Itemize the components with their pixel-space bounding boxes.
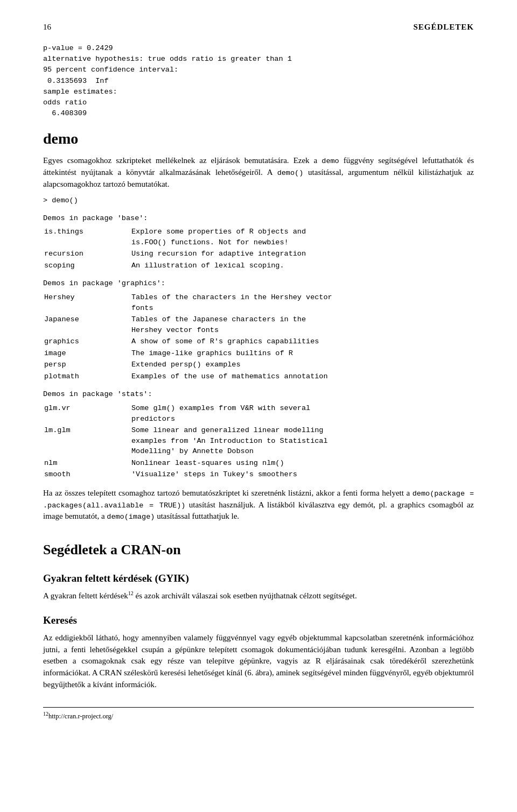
section-heading-cran: Segédletek a CRAN-on <box>43 540 474 560</box>
page-header: 16 SEGÉDLETEK <box>43 22 474 33</box>
demos-graphics-table: Hershey Tables of the characters in the … <box>43 291 474 383</box>
demo-desc: Using recursion for adaptive integration <box>131 249 473 259</box>
page: 16 SEGÉDLETEK p-value = 0.2429 alternati… <box>0 0 517 812</box>
table-row: image The image-like graphics builtins o… <box>44 348 473 359</box>
page-number: 16 <box>43 22 51 33</box>
demo-name: nlm <box>44 458 130 469</box>
demo-name: lm.glm <box>44 425 130 457</box>
gyik-para: A gyakran feltett kérdések12 és azok arc… <box>43 590 474 602</box>
demo-intro-para: Egyes csomagokhoz szkripteket mellékelne… <box>43 155 474 190</box>
table-row: smooth 'Visualize' steps in Tukey's smoo… <box>44 469 473 480</box>
demo-desc: Extended persp() examples <box>131 359 473 370</box>
demo-name: scoping <box>44 260 130 271</box>
demo-name: is.things <box>44 227 130 248</box>
demo-desc: Some linear and generalized linear model… <box>131 425 473 457</box>
table-row: glm.vr Some glm() examples from V&R with… <box>44 403 473 424</box>
table-row: Hershey Tables of the characters in the … <box>44 292 473 313</box>
demo-name: persp <box>44 359 130 370</box>
page-title: SEGÉDLETEK <box>413 22 474 33</box>
demos-stats-label: Demos in package 'stats': <box>43 389 474 400</box>
footnote-num: 12 <box>43 711 48 717</box>
demo-name: image <box>44 348 130 359</box>
table-row: plotmath Examples of the use of mathemat… <box>44 371 473 382</box>
table-row: lm.glm Some linear and generalized linea… <box>44 425 473 457</box>
subsection-heading-kereses: Keresés <box>43 613 474 628</box>
demo-name: smooth <box>44 469 130 480</box>
subsection-heading-gyik: Gyakran feltett kérdések (GYIK) <box>43 571 474 586</box>
demo-desc: Explore some properties of R objects and… <box>131 227 473 248</box>
demo-name: glm.vr <box>44 403 130 424</box>
demo-name: plotmath <box>44 371 130 382</box>
table-row: scoping An illustration of lexical scopi… <box>44 260 473 271</box>
demo-desc: Tables of the characters in the Hershey … <box>131 292 473 313</box>
demo-desc: Tables of the Japanese characters in the… <box>131 314 473 335</box>
demo-desc: Examples of the use of mathematics annot… <box>131 371 473 382</box>
code-block-pvalue: p-value = 0.2429 alternative hypothesis:… <box>43 43 474 119</box>
footnote-url: http://cran.r-project.org/ <box>48 712 113 720</box>
demos-graphics-label: Demos in package 'graphics': <box>43 278 474 289</box>
table-row: Japanese Tables of the Japanese characte… <box>44 314 473 335</box>
kereses-para: Az eddigiekből látható, hogy amennyiben … <box>43 632 474 691</box>
demo-name: recursion <box>44 249 130 259</box>
demos-stats-table: glm.vr Some glm() examples from V&R with… <box>43 402 474 481</box>
table-row: persp Extended persp() examples <box>44 359 473 370</box>
code-demo-call: > demo() <box>43 195 474 206</box>
demos-base-label: Demos in package 'base': <box>43 213 474 224</box>
demo-desc: The image-like graphics builtins of R <box>131 348 473 359</box>
footnote-12: 12http://cran.r-project.org/ <box>43 710 474 721</box>
demo-para-2: Ha az összes telepített csomaghoz tartoz… <box>43 488 474 522</box>
demo-name: Japanese <box>44 314 130 335</box>
table-row: recursion Using recursion for adaptive i… <box>44 249 473 259</box>
demos-base-table: is.things Explore some properties of R o… <box>43 225 474 272</box>
table-row: graphics A show of some of R's graphics … <box>44 336 473 347</box>
demo-name: Hershey <box>44 292 130 313</box>
table-row: is.things Explore some properties of R o… <box>44 227 473 248</box>
demo-desc: An illustration of lexical scoping. <box>131 260 473 271</box>
footnote-ref-12: 12 <box>128 590 134 596</box>
demo-desc: Some glm() examples from V&R with severa… <box>131 403 473 424</box>
demo-name: graphics <box>44 336 130 347</box>
demo-desc: Nonlinear least-squares using nlm() <box>131 458 473 469</box>
demo-desc: A show of some of R's graphics capabilit… <box>131 336 473 347</box>
demo-desc: 'Visualize' steps in Tukey's smoothers <box>131 469 473 480</box>
table-row: nlm Nonlinear least-squares using nlm() <box>44 458 473 469</box>
demo-heading: demo <box>43 128 474 150</box>
